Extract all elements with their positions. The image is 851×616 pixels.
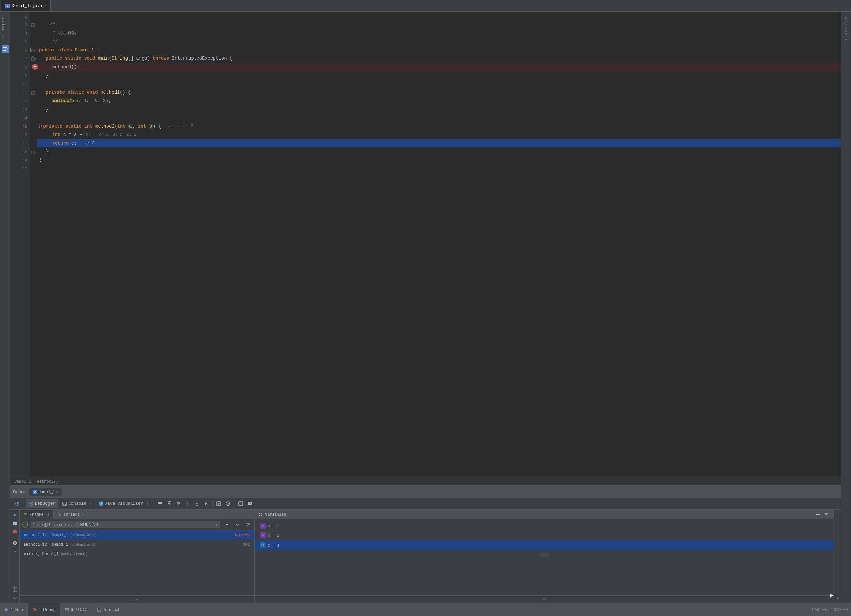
step-out-button[interactable] xyxy=(192,500,201,508)
step-into-button[interactable] xyxy=(174,500,183,508)
right-sidebar: 2: Structure xyxy=(840,12,851,603)
mute-breakpoints-button[interactable] xyxy=(224,500,232,508)
status-tab-todo[interactable]: 6: TODO xyxy=(60,603,93,616)
view-breakpoints-button[interactable] xyxy=(11,539,19,547)
step-over-frames-button[interactable] xyxy=(165,500,174,508)
variable-a[interactable]: p a = 1 xyxy=(255,521,834,530)
restart-debug-button[interactable] xyxy=(13,500,21,508)
frames-expand-bar xyxy=(20,595,254,603)
project-icon[interactable] xyxy=(2,45,9,53)
svg-point-32 xyxy=(34,609,35,610)
sidebar-structure-label[interactable]: 2: Structure xyxy=(843,13,849,47)
frames-expand-button[interactable] xyxy=(133,596,141,602)
restore-layout-button[interactable] xyxy=(11,585,19,593)
code-line-16: int c = a + b; c: 3 a: 1 b: 2 xyxy=(36,131,840,139)
fold-icon-7[interactable]: − xyxy=(32,57,35,61)
var-c-badge: 01 xyxy=(260,542,266,548)
svg-rect-6 xyxy=(158,503,162,504)
frames-pin: →| xyxy=(45,512,49,516)
variable-b[interactable]: p b = 2 xyxy=(255,530,834,540)
threads-tab[interactable]: Threads →| xyxy=(54,509,90,519)
debug-session-close[interactable]: × xyxy=(56,490,59,494)
visualizer-pin: →| xyxy=(144,502,149,506)
fold-icon-6[interactable]: − xyxy=(32,49,35,52)
svg-rect-0 xyxy=(3,47,7,48)
toolbar-separator-4 xyxy=(234,500,235,507)
sidebar-item-project[interactable]: 1: Project xyxy=(0,12,10,44)
svg-rect-30 xyxy=(261,515,262,517)
left-sidebar: 1: Project xyxy=(0,12,11,603)
status-tab-debug[interactable]: 5: Debug xyxy=(28,603,60,616)
variable-c[interactable]: 01 c = 3 xyxy=(255,540,834,550)
thread-nav-down[interactable] xyxy=(233,521,241,529)
status-tab-terminal[interactable]: Terminal xyxy=(93,603,124,616)
code-editor: 2 3 4 5 6 7 8 9 10 11 12 13 14 15 16 17 xyxy=(11,12,840,485)
frame-package-main: (cn.itcast.jvm.t1) xyxy=(61,552,87,556)
fold-icon-11[interactable]: − xyxy=(32,92,35,95)
var-b-name: b xyxy=(268,533,270,538)
frame-package-method1: (cn.itcast.jvm.t1) xyxy=(71,542,97,546)
svg-rect-25 xyxy=(24,515,27,517)
tab-bar: J Demo1_1.java × xyxy=(0,0,851,12)
stop-button[interactable] xyxy=(11,528,19,536)
code-line-18: } xyxy=(36,147,840,156)
settings-button[interactable] xyxy=(245,500,254,508)
code-line-13: } xyxy=(36,105,840,114)
debug-session-icon: J xyxy=(33,490,37,494)
fold-icon-18[interactable]: − xyxy=(32,151,35,154)
code-line-5: */ xyxy=(36,37,840,46)
variables-expand-button[interactable] xyxy=(541,596,549,602)
frames-tab-label: Frames xyxy=(29,512,44,517)
expand-variables-button[interactable] xyxy=(823,511,830,518)
debug-side-buttons xyxy=(11,509,20,603)
evaluate-expression-button[interactable] xyxy=(215,500,223,508)
svg-rect-7 xyxy=(158,505,162,505)
variables-panel: Variables p a xyxy=(255,509,834,603)
expand-button[interactable] xyxy=(11,594,19,602)
variable-loading xyxy=(255,550,834,560)
svg-rect-10 xyxy=(239,502,242,506)
line-numbers: 2 3 4 5 6 7 8 9 10 11 12 13 14 15 16 17 xyxy=(11,12,30,477)
svg-rect-18 xyxy=(15,522,17,525)
debug-settings-button[interactable] xyxy=(11,547,19,555)
frames-panel: Frames →| Threads →| ✓ "main"@1 xyxy=(20,509,255,603)
force-step-into-button[interactable] xyxy=(183,500,192,508)
java-visualizer-tab-button[interactable]: J Java Visualizer →| xyxy=(96,499,152,508)
main-content: 2 3 4 5 6 7 8 9 10 11 12 13 14 15 16 17 xyxy=(11,12,840,603)
pause-program-button[interactable] xyxy=(11,520,19,527)
svg-point-16 xyxy=(249,504,250,505)
debug-session-name: Demo1_1 xyxy=(39,490,55,494)
tab-close-button[interactable]: × xyxy=(44,4,47,8)
var-c-name: c xyxy=(268,543,270,548)
svg-rect-23 xyxy=(24,512,27,514)
stack-frame-main[interactable]: main:8, Demo1_1 (cn.itcast.jvm.t1) xyxy=(20,550,254,559)
debug-content: Frames →| Threads →| ✓ "main"@1 xyxy=(11,509,840,603)
breakpoint-marker-8[interactable]: ● xyxy=(32,64,38,70)
java-visualizer-icon: J xyxy=(99,502,104,506)
var-a-badge: p xyxy=(260,523,266,529)
thread-nav-up[interactable] xyxy=(223,521,231,529)
add-variable-button[interactable] xyxy=(815,511,822,518)
status-tab-run[interactable]: 4: Run xyxy=(0,603,28,616)
debug-session-tab[interactable]: J Demo1_1 × xyxy=(29,488,62,496)
fold-icon-3[interactable]: − xyxy=(32,24,35,27)
stack-frame-method1[interactable]: method1:12, Demo1_1 (cn.itcast.jvm.t1) 栈… xyxy=(20,539,254,550)
frame-hint-method2: 运行栈帧 xyxy=(235,532,250,538)
var-c-value: 3 xyxy=(277,543,280,548)
editor-tab-demo1[interactable]: J Demo1_1.java × xyxy=(1,0,51,11)
thread-dropdown[interactable]: "main"@1 in group "main": RUNNING ▼ xyxy=(31,521,220,528)
var-b-value: 2 xyxy=(277,533,280,538)
thread-filter-button[interactable] xyxy=(244,521,252,529)
console-tab-button[interactable]: Console →| xyxy=(59,499,95,508)
code-line-11: private static void method1() { xyxy=(36,88,840,96)
stack-frame-method2[interactable]: method2:17, Demo1_1 (cn.itcast.jvm.t1) 运… xyxy=(20,530,254,539)
variables-collapse-button[interactable] xyxy=(835,596,840,602)
resume-program-button[interactable] xyxy=(11,511,19,519)
debug-panel: Debug: J Demo1_1 × Debugger Co xyxy=(11,485,840,603)
frames-tab[interactable]: Frames →| xyxy=(20,509,54,519)
variables-table-view-button[interactable] xyxy=(236,500,245,508)
debugger-tab-button[interactable]: Debugger xyxy=(26,499,59,508)
show-frames-button[interactable] xyxy=(156,500,164,508)
run-to-cursor-button[interactable] xyxy=(202,500,210,508)
status-terminal-label: Terminal xyxy=(103,607,119,612)
